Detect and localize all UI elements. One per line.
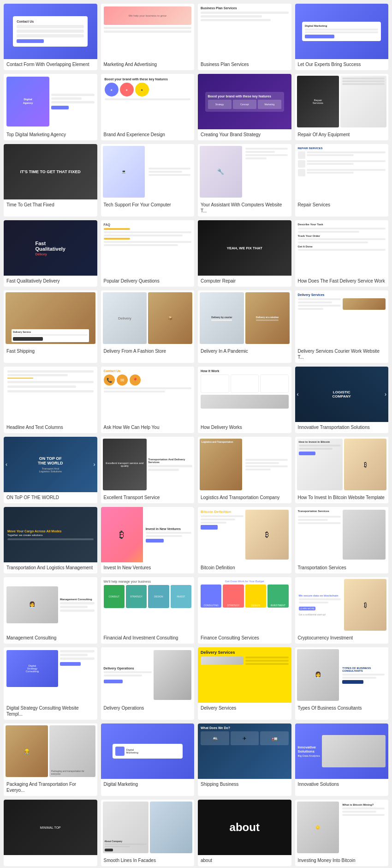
label-digital-strategy: Digital Strategy Consulting Website Temp… (4, 703, 97, 720)
card-innovative-sol[interactable]: InnovativeSolutions Big Data Analytics I… (295, 723, 389, 796)
label-finance-cons: Finance Consulting Services (198, 633, 291, 644)
label-transport-service: Excellent Transport Service (101, 492, 195, 503)
thumb-invest-bitcoin: 🪙 What is Bitcoin Mining? (295, 800, 389, 855)
card-shipping-biz[interactable]: What Does We Do? 🚢 ✈ 🚛 Shipping Business (198, 723, 291, 796)
thumb-types-biz: 👩‍💼 TYPES OF BUSINESS CONSULTANTS (295, 647, 389, 703)
label-onworld: ON ToP OF THE WORLD (4, 492, 97, 503)
label-financial: Financial And Investment Consulting (101, 633, 195, 644)
card-financial[interactable]: We'll help manage your business CONSULT … (101, 577, 195, 644)
card-brand-exp[interactable]: Boost your brand with these key features… (101, 74, 195, 140)
thumb-bitcoin-def: Bitcoin Definition ₿ (198, 507, 291, 562)
card-logistic-co[interactable]: ‹ LogisticCompany › Innovative Transport… (295, 367, 389, 433)
card-delivery-courier[interactable]: Delivery 📦 Delivery From A Fashion Store (101, 290, 195, 363)
thumb-mgmt-consulting: 👩‍💼 Management Consulting (4, 577, 97, 633)
card-contact-form[interactable]: Contact Us Contact Form With Overlapping… (4, 4, 97, 70)
card-mgmt-cons[interactable]: 👩‍💼 Management Consulting Management Con… (4, 577, 97, 644)
card-time-fix[interactable]: IT'S TIME TO GET THAT FIXED Time To Get … (4, 144, 97, 217)
label-smooth: Smooth Lines In Facades (101, 855, 195, 866)
thumb-brand-strategy: Boost your brand with these key features… (198, 74, 291, 129)
card-top-agency[interactable]: DigitalAgency Top Digital Marketing Agen… (4, 74, 97, 140)
card-smooth[interactable]: About Company Smooth Lines In Facades (101, 800, 195, 866)
thumb-shipping-biz: What Does We Do? 🚢 ✈ 🚛 (198, 723, 291, 779)
label-top-agency: Top Digital Marketing Agency (4, 129, 97, 140)
template-gallery: Contact Us Contact Form With Overlapping… (0, 0, 392, 868)
card-assistant[interactable]: 🔧 Your Assistant With Computers Website … (198, 144, 291, 217)
card-delivery-svcs[interactable]: Delivery Services Delivery Services Cour… (295, 290, 389, 363)
thumb-fast-delivery-svc: Describe Your Task Track Your Order Get … (295, 220, 389, 276)
card-onworld[interactable]: ‹ ON TOP OFTHE WORLD Transport AndLogist… (4, 437, 97, 503)
label-business-plan: Business Plan Services (198, 59, 291, 70)
label-brand-exp: Brand And Experience Design (101, 129, 195, 140)
card-marketing-ad[interactable]: We help your business to grow Marketing … (101, 4, 195, 70)
card-bitcoin-def[interactable]: Bitcoin Definition ₿ Bitcoin Definition (198, 507, 291, 573)
thumb-delivery-courier: Delivery 📦 (101, 290, 195, 346)
thumb-about: about (198, 800, 291, 855)
card-types-biz[interactable]: 👩‍💼 TYPES OF BUSINESS CONSULTANTS Types … (295, 647, 389, 720)
thumb-experts: Digital Marketing (295, 4, 389, 59)
card-fast-delivery-svc[interactable]: Describe Your Task Track Your Order Get … (295, 220, 389, 287)
label-assistant: Your Assistant With Computers Website T.… (198, 199, 291, 217)
thumb-finance-cons: Get Great Work for Your Budget CONSULTIN… (198, 577, 291, 633)
label-faq: Popular Delivery Questions (101, 276, 195, 287)
label-innovative-sol: Innovative Solutions (295, 779, 389, 790)
label-fast-delivery-svc: How Does The Fast Delivery Service Work (295, 276, 389, 287)
card-business-plan[interactable]: Business Plan Services Business Plan Ser… (198, 4, 291, 70)
label-pandemic: Delivery In A Pandemic (198, 346, 291, 357)
label-crypto: Cryptocurrency Investment (295, 633, 389, 644)
label-delivery-ops: Delivery Operations (101, 703, 195, 714)
card-delivery-svcs2[interactable]: Delivery Services Delivery Services (198, 647, 291, 720)
card-fast-qual[interactable]: FastQualitatively Delixxry Fast Qualitat… (4, 220, 97, 287)
thumb-fast-qual: FastQualitatively Delixxry (4, 220, 97, 276)
thumb-how-delivery: How It Work (198, 367, 291, 422)
card-bottom-strip[interactable]: MINIMAL TOP (4, 800, 97, 866)
label-fast-qual: Fast Qualitatively Delivery (4, 276, 97, 287)
thumb-brand-exp: Boost your brand with these key features… (101, 74, 195, 129)
card-pandemic[interactable]: Delivery by courier Delivery at a window… (198, 290, 291, 363)
thumb-delivery-svcs: Delivery Services (295, 290, 389, 346)
card-repair-any[interactable]: RepairServices Repair Of Any Equipment (295, 74, 389, 140)
card-repair-svcs[interactable]: REPAIR SERVICES Repair Services (295, 144, 389, 217)
label-delivery-svcs: Delivery Services Courier Work Website T… (295, 346, 389, 363)
thumb-crypto: We secure data on blockchain LEARN MORE … (295, 577, 389, 633)
label-bottom-strip (4, 855, 97, 860)
label-repair-any: Repair Of Any Equipment (295, 129, 389, 140)
label-marketing-ad: Marketing And Advertising (101, 59, 195, 70)
card-logistics-trans[interactable]: Logistics and Transportation Logistics A… (198, 437, 291, 503)
thumb-headline (4, 367, 97, 422)
card-ask-help[interactable]: Contact Us 📞 ✉ 📍 Ask How We Can Help You (101, 367, 195, 433)
card-invest-bitcoin[interactable]: 🪙 What is Bitcoin Mining? Investing Mone… (295, 800, 389, 866)
card-transport-service[interactable]: Excellent transport service and quality … (101, 437, 195, 503)
label-mgmt-cons: Management Consulting (4, 633, 97, 644)
thumb-business-plan: Business Plan Services (198, 4, 291, 59)
card-about[interactable]: about about (198, 800, 291, 866)
card-brand-strategy[interactable]: Boost your brand with these key features… (198, 74, 291, 140)
label-delivery-courier: Delivery From A Fashion Store (101, 346, 195, 357)
card-digital-mkt[interactable]: DigitalMarketing Digital Marketing (101, 723, 195, 796)
thumb-time-fix: IT'S TIME TO GET THAT FIXED (4, 144, 97, 199)
thumb-cargo: Move Your Cargo Across All Modes Togethe… (4, 507, 97, 562)
thumb-digital-mkt: DigitalMarketing (101, 723, 195, 779)
label-types-biz: Types Of Business Consultants (295, 703, 389, 714)
card-invest-ventures[interactable]: ₿ Invest in New Ventures Invest In New V… (101, 507, 195, 573)
thumb-digital-strategy: DigitalStrategyConsulting (4, 647, 97, 703)
label-transport-svcs: Transportation Services (295, 562, 389, 573)
thumb-bitcoin-how: How to Invest in Bitcoin ₿ (295, 437, 389, 492)
card-computer-repair[interactable]: YEAH, WE FIX THAT Computer Repair (198, 220, 291, 287)
card-fast-ship[interactable]: Delivery Service Fast Shipping (4, 290, 97, 363)
card-transport-svcs[interactable]: Transportation Services Transportation S… (295, 507, 389, 573)
card-how-delivery[interactable]: How It Work How Delivery Works (198, 367, 291, 433)
card-packaging[interactable]: 👷 Packaging and transportation for every… (4, 723, 97, 796)
card-bitcoin-how[interactable]: How to Invest in Bitcoin ₿ How To Invest… (295, 437, 389, 503)
label-ask-help: Ask How We Can Help You (101, 422, 195, 433)
card-finance-cons[interactable]: Get Great Work for Your Budget CONSULTIN… (198, 577, 291, 644)
card-experts[interactable]: Digital Marketing Let Our Experts Bring … (295, 4, 389, 70)
card-crypto[interactable]: We secure data on blockchain LEARN MORE … (295, 577, 389, 644)
card-faq[interactable]: FAQ Popular Delivery Questions (101, 220, 195, 287)
card-tech-support[interactable]: 💻 Tech Support For Your Computer (101, 144, 195, 217)
card-delivery-ops[interactable]: Delivery Operations Delivery Operations (101, 647, 195, 720)
card-cargo[interactable]: Move Your Cargo Across All Modes Togethe… (4, 507, 97, 573)
card-digital-strategy[interactable]: DigitalStrategyConsulting Digital Strate… (4, 647, 97, 720)
thumb-transport-service: Excellent transport service and quality … (101, 437, 195, 492)
card-headline[interactable]: Headline And Text Columns (4, 367, 97, 433)
thumb-innovative-sol: InnovativeSolutions Big Data Analytics (295, 723, 389, 779)
